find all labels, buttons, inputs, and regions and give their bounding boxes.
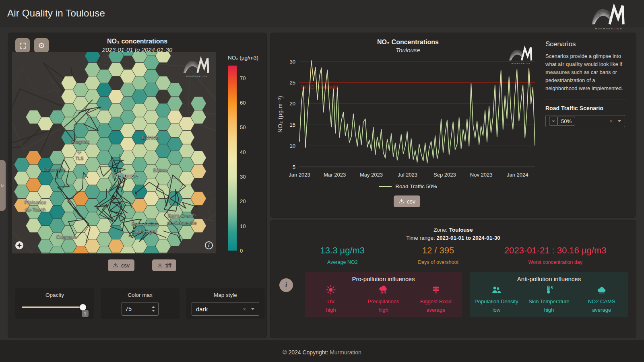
opacity-control-card: Opacity 1 bbox=[15, 288, 94, 319]
no2-timeseries-chart[interactable]: 30252015105Jan 2023Mar 2023May 2023Jul 2… bbox=[276, 53, 540, 180]
y-tick-label: 25 bbox=[290, 80, 295, 86]
rain-cloud-icon bbox=[378, 285, 388, 295]
sidebar-expand-handle[interactable]: ▷ bbox=[0, 160, 6, 211]
chart-subtitle: Toulouse bbox=[276, 47, 540, 53]
anti-pollution-box: Anti-pollution influences Population Den… bbox=[470, 272, 628, 317]
influence-level: average bbox=[410, 307, 462, 313]
increment-arrow-icon[interactable] bbox=[152, 306, 155, 308]
map-csv-label: csv bbox=[121, 262, 130, 269]
stat-label: Average NO2 bbox=[295, 259, 390, 265]
map-title: NO₂ concentrations bbox=[8, 38, 266, 45]
info-icon: i bbox=[285, 282, 287, 289]
legend-title: NO₂ (µg/m3) bbox=[228, 55, 265, 61]
chart-csv-label: csv bbox=[407, 198, 415, 205]
selected-scenario-chip: × 50% bbox=[549, 117, 575, 125]
stat-label: Worst concentration day bbox=[486, 259, 625, 265]
chart-title: NO₂ Concentrations bbox=[276, 39, 540, 46]
info-icon: i bbox=[208, 243, 209, 249]
hexbin-map[interactable]: BlagnacL'UnionColomiersToulouseBalmaPlai… bbox=[12, 52, 216, 253]
legend-tick-label: 0 bbox=[240, 248, 243, 254]
influence-item: UV high bbox=[305, 285, 357, 313]
murmuration-logo: MURMURATION bbox=[587, 1, 630, 33]
mapbox-logo[interactable] bbox=[15, 241, 23, 249]
app-header: Air Quality in Toulouse MURMURATION bbox=[0, 0, 644, 27]
time-range-line: Time range: 2023-01-01 to 2024-01-30 bbox=[270, 235, 636, 241]
remove-tag-icon[interactable]: × bbox=[549, 117, 558, 125]
x-tick-label: Jan 2023 bbox=[289, 172, 310, 178]
influence-name: Biggest Road bbox=[410, 298, 462, 304]
road-traffic-scenario-select[interactable]: × 50% × bbox=[545, 115, 625, 127]
stat-value: 12 / 395 bbox=[390, 245, 486, 256]
chart-csv-download-button[interactable]: csv bbox=[394, 195, 420, 207]
chevron-right-icon: ▷ bbox=[2, 183, 4, 187]
app-footer: © 2024 Copyright: Murmuration bbox=[0, 340, 644, 362]
influence-item: NO2 CAMS average bbox=[576, 285, 627, 313]
influences-info-button[interactable]: i bbox=[279, 278, 293, 292]
y-tick-label: 30 bbox=[290, 59, 295, 65]
stat-item: 2023-01-21 : 30.16 µg/m3 Worst concentra… bbox=[486, 245, 625, 265]
x-tick-label: Nov 2023 bbox=[470, 172, 493, 178]
map-tiff-download-button[interactable]: tiff bbox=[152, 259, 176, 271]
x-tick-label: May 2023 bbox=[360, 172, 383, 178]
influence-name: UV bbox=[305, 298, 357, 304]
zone-label: Zone: bbox=[433, 227, 448, 233]
stat-value: 2023-01-21 : 30.16 µg/m3 bbox=[486, 245, 625, 256]
influence-level: high bbox=[523, 307, 575, 313]
legend-tick-label: 20 bbox=[240, 198, 246, 204]
divider bbox=[545, 99, 628, 99]
cloud-icon bbox=[597, 285, 607, 295]
page-title: Air Quality in Toulouse bbox=[7, 8, 105, 19]
influence-item: Biggest Road average bbox=[410, 285, 462, 313]
y-tick-label: 15 bbox=[290, 122, 295, 128]
scenarios-heading: Scenarios bbox=[545, 40, 628, 48]
download-icon bbox=[157, 262, 163, 268]
road-traffic-scenario-label: Road Traffic Scenario bbox=[545, 105, 628, 111]
download-icon bbox=[398, 198, 405, 204]
logo-caption: MURMURATION bbox=[595, 27, 622, 30]
chart-legend[interactable]: Road Traffic 50% bbox=[276, 183, 540, 189]
map-style-select[interactable]: dark × bbox=[192, 302, 259, 316]
map-csv-download-button[interactable]: csv bbox=[108, 259, 134, 271]
influence-item: Skin Temperature high bbox=[523, 285, 575, 313]
clear-selection-icon[interactable]: × bbox=[609, 118, 613, 124]
zone-value: Toulouse bbox=[449, 227, 473, 233]
logo-caption: MURMURATION bbox=[186, 75, 207, 77]
influence-name: Population Density bbox=[471, 298, 522, 304]
road-sign-icon bbox=[431, 285, 441, 295]
slider-handle[interactable] bbox=[80, 304, 86, 311]
scenarios-section: Scenarios Scenarios provide a glimpse in… bbox=[545, 40, 628, 127]
details-panel: Zone: Toulouse Time range: 2023-01-01 to… bbox=[270, 220, 636, 338]
map-style-label: Map style bbox=[186, 292, 265, 298]
time-range-value: 2023-01-01 to 2024-01-30 bbox=[436, 235, 500, 241]
map-attribution-button[interactable]: i bbox=[205, 241, 213, 249]
x-tick-label: Jul 2023 bbox=[398, 172, 417, 178]
legend-tick-label: 10 bbox=[240, 223, 246, 229]
series-line-swatch bbox=[379, 186, 392, 187]
pro-pollution-box: Pro-pollution influences UV high Precipi… bbox=[305, 272, 462, 317]
airport-code: TLS bbox=[75, 156, 83, 160]
x-tick-label: Jan 2024 bbox=[507, 172, 528, 178]
legend-tick-label: 50 bbox=[240, 124, 246, 130]
selected-scenario-value: 50% bbox=[558, 117, 575, 125]
color-max-input[interactable]: 75 bbox=[122, 302, 159, 316]
map-style-value: dark bbox=[196, 306, 243, 313]
decrement-arrow-icon[interactable] bbox=[152, 310, 155, 312]
influence-box-title: Pro-pollution influences bbox=[305, 272, 462, 282]
influence-box-title: Anti-pollution influences bbox=[470, 272, 628, 282]
y-tick-label: 10 bbox=[290, 143, 295, 149]
influence-name: Skin Temperature bbox=[523, 298, 575, 304]
murmuration-link[interactable]: Murmuration bbox=[330, 349, 361, 356]
map-tiff-label: tiff bbox=[165, 262, 171, 269]
airplane-icon: ✈ bbox=[77, 149, 82, 155]
map-watermark-logo: MURMURATION bbox=[180, 55, 214, 80]
chevron-down-icon bbox=[251, 308, 255, 310]
stat-value: 13.3 µg/m3 bbox=[295, 245, 390, 256]
opacity-slider[interactable] bbox=[22, 304, 85, 310]
sun-icon bbox=[326, 285, 336, 295]
influence-level: average bbox=[576, 307, 627, 313]
download-icon bbox=[113, 262, 119, 268]
x-tick-label: Mar 2023 bbox=[324, 172, 346, 178]
scenarios-text: would look like if bbox=[583, 61, 622, 67]
color-scale-legend: NO₂ (µg/m3) 706050403020100 bbox=[228, 52, 265, 253]
clear-selection-icon[interactable]: × bbox=[243, 306, 246, 312]
